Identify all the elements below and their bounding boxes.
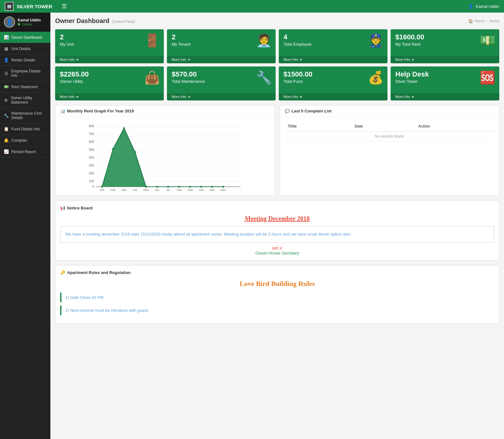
- rules-title: Love Bird Building Rules: [60, 280, 494, 288]
- sidebar-item-rent-statement[interactable]: 💵 Rent Statement: [0, 81, 50, 93]
- breadcrumb-home: Home: [475, 19, 485, 23]
- hamburger-icon[interactable]: ☰: [62, 3, 67, 10]
- rules-header-icon: 🔑: [60, 270, 65, 275]
- card-footer-help-desk[interactable]: More Info ➜: [391, 93, 499, 100]
- sidebar-user-panel: 👤 Kamal Uddin Online: [0, 13, 50, 32]
- rule-item-1: 2) New commer must be intruduce with gua…: [60, 305, 494, 315]
- card-icon-total-maintenance: 🔧: [256, 70, 272, 85]
- card-icon-total-fund: 💰: [368, 70, 384, 85]
- complain-panel-title: Last 5 Complain List: [292, 109, 332, 113]
- cards-grid: 2 My Unit 🚪 More Info ➜ 2 My Tenant 🧑‍💼 …: [55, 29, 499, 100]
- svg-text:Jul: Jul: [166, 188, 170, 191]
- svg-point-42: [222, 186, 224, 188]
- svg-text:600: 600: [89, 140, 94, 144]
- page-header: Owner Dashboard Control Panel 🏠 Home › H…: [55, 17, 499, 25]
- card-footer-my-total-rent[interactable]: More Info ➜: [391, 56, 499, 63]
- sidebar-label-owner-utility-statement: Owner Utility Statement: [11, 96, 47, 105]
- card-icon-owner-utility: 👜: [144, 70, 160, 85]
- col-tittle: Tittle: [285, 122, 352, 131]
- svg-text:400: 400: [89, 156, 94, 159]
- navbar-user-info: 👤 Kamal Uddin: [468, 4, 499, 9]
- online-dot: [18, 23, 20, 26]
- card-footer-total-fund[interactable]: More Info ➜: [279, 93, 387, 100]
- card-icon-my-total-rent: 💵: [480, 33, 495, 48]
- rent-icon: 💵: [4, 84, 9, 89]
- complain-icon: 🔔: [4, 138, 9, 143]
- chart-container: 800 700 600 500 400 300 200 100 0: [60, 122, 270, 191]
- sidebar-label-employee-details-info: Employee Details Info: [11, 69, 47, 78]
- sidebar-item-rented-report[interactable]: 📈 Rented Report: [0, 146, 50, 157]
- main-content: Owner Dashboard Control Panel 🏠 Home › H…: [50, 13, 504, 439]
- stat-card-my-tenant: 2 My Tenant 🧑‍💼 More Info ➜: [167, 29, 276, 63]
- sidebar-item-fund-details-info[interactable]: 📋 Fund Details Info: [0, 123, 50, 135]
- top-navbar: 🏢 SILVER TOWER ☰ 👤 Kamal Uddin: [0, 0, 504, 13]
- svg-text:300: 300: [89, 164, 94, 167]
- svg-text:Dec: Dec: [221, 188, 226, 191]
- stat-card-total-employee: 4 Total Employee 👮 More Info ➜: [279, 29, 387, 63]
- sidebar-item-maintenance-cost-details[interactable]: 🔧 Maintenance Cost Details: [0, 108, 50, 123]
- card-footer-owner-utility[interactable]: More Info ➜: [55, 93, 164, 100]
- complain-header-icon: 💬: [285, 109, 290, 113]
- sidebar-user-status: Online: [18, 22, 41, 26]
- complain-panel-body: Tittle Date Action No records found: [280, 117, 499, 146]
- title-group: Owner Dashboard Control Panel: [55, 17, 135, 25]
- sidebar-item-owner-dashboard[interactable]: 📊 Owner Dashboard: [0, 32, 50, 43]
- utility-icon: ⚙: [4, 98, 8, 103]
- sidebar-item-employee-details-info[interactable]: ☰ Employee Details Info: [0, 66, 50, 81]
- svg-point-40: [200, 186, 202, 188]
- page-title: Owner Dashboard: [55, 17, 109, 25]
- svg-text:Mar: Mar: [122, 188, 127, 191]
- svg-text:0: 0: [92, 185, 94, 188]
- sidebar-label-unit-details: Unit Details: [11, 47, 31, 51]
- sidebar-item-renter-details[interactable]: 👤 Renter Details: [0, 54, 50, 66]
- sidebar-item-owner-utility-statement[interactable]: ⚙ Owner Utility Statement: [0, 93, 50, 108]
- notice-from: MR.X: [60, 246, 494, 251]
- rules-items: 1) Gate Close 10 PM.2) New commer must b…: [60, 293, 494, 315]
- svg-text:Feb: Feb: [111, 188, 116, 191]
- svg-text:Nov: Nov: [210, 188, 215, 191]
- stat-card-owner-utility: $2265.00 Owner Utility 👜 More Info ➜: [55, 66, 164, 100]
- col-action: Action: [415, 122, 494, 131]
- card-footer-total-employee[interactable]: More Info ➜: [279, 56, 387, 63]
- breadcrumb-current: Home: [489, 19, 499, 23]
- brand-icon-symbol: 🏢: [7, 4, 12, 9]
- svg-point-36: [156, 186, 158, 188]
- svg-text:100: 100: [89, 180, 94, 183]
- chart-panel: 📊 Monthly Rent Graph For Year 2019 800 7…: [55, 105, 275, 196]
- svg-point-31: [101, 186, 103, 188]
- chart-icon: 📊: [60, 109, 65, 113]
- complain-panel: 💬 Last 5 Complain List Tittle Date Actio…: [280, 105, 500, 196]
- renter-icon: 👤: [4, 58, 9, 62]
- notice-panel: 📢 Notice Board Meeting December 2018 We …: [55, 201, 499, 260]
- rules-header: 🔑 Apartment Rules and Regulation: [60, 270, 494, 275]
- stat-card-my-unit: 2 My Unit 🚪 More Info ➜: [55, 29, 164, 63]
- rent-chart-svg: 800 700 600 500 400 300 200 100 0: [60, 122, 270, 191]
- sidebar-user-name: Kamal Uddin: [18, 18, 41, 22]
- home-icon: 🏠: [468, 19, 473, 23]
- breadcrumb: 🏠 Home › Home: [468, 19, 499, 23]
- card-icon-help-desk: 🆘: [480, 70, 495, 85]
- svg-point-34: [134, 151, 136, 153]
- svg-text:Sep: Sep: [188, 188, 193, 191]
- sidebar-label-owner-dashboard: Owner Dashboard: [11, 35, 42, 40]
- card-footer-my-tenant[interactable]: More Info ➜: [167, 56, 276, 63]
- complain-table: Tittle Date Action No records found: [285, 122, 495, 141]
- sidebar-item-unit-details[interactable]: ▦ Unit Details: [0, 43, 50, 54]
- svg-text:May: May: [143, 188, 149, 191]
- rules-panel: 🔑 Apartment Rules and Regulation Love Bi…: [55, 265, 499, 323]
- card-icon-my-unit: 🚪: [144, 33, 160, 48]
- sidebar-label-complain: Complain: [11, 138, 27, 143]
- card-footer-my-unit[interactable]: More Info ➜: [55, 56, 164, 63]
- sidebar-item-complain[interactable]: 🔔 Complain: [0, 135, 50, 146]
- svg-point-35: [145, 186, 147, 188]
- breadcrumb-sep: ›: [486, 19, 488, 23]
- svg-text:Aug: Aug: [177, 188, 182, 191]
- card-footer-total-maintenance[interactable]: More Info ➜: [167, 93, 276, 100]
- card-icon-total-employee: 👮: [368, 33, 384, 48]
- svg-point-41: [211, 186, 213, 188]
- svg-text:Apr: Apr: [133, 188, 137, 191]
- sidebar-label-renter-details: Renter Details: [11, 58, 35, 62]
- notice-role: Ocean House Secratary: [60, 251, 494, 255]
- svg-point-33: [123, 127, 125, 129]
- svg-text:700: 700: [89, 132, 94, 136]
